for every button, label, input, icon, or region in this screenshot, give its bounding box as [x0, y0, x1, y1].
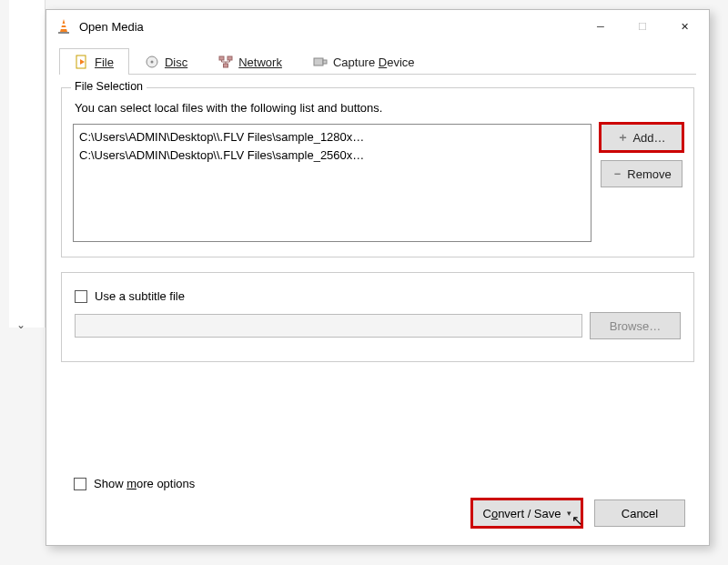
- add-button[interactable]: ＋ Add…: [601, 124, 682, 151]
- subtitle-group: Use a subtitle file Browse…: [61, 272, 694, 362]
- convert-save-button[interactable]: Convert / Save ▾: [472, 499, 581, 527]
- list-item[interactable]: C:\Users\ADMIN\Desktop\ \.FLV Files\samp…: [79, 128, 585, 146]
- list-item[interactable]: C:\Users\ADMIN\Desktop\ \.FLV Files\samp…: [79, 146, 585, 165]
- svg-rect-12: [323, 60, 327, 64]
- file-selection-legend: File Selection: [71, 80, 147, 93]
- background-window-edge: [9, 0, 46, 328]
- dropdown-arrow-icon: ▾: [567, 509, 571, 518]
- network-icon: [218, 55, 233, 69]
- plus-icon: ＋: [617, 129, 629, 146]
- convert-save-label: Convert / Save: [483, 507, 561, 520]
- vlc-logo-icon: [56, 18, 72, 35]
- cancel-button[interactable]: Cancel: [594, 499, 685, 527]
- tab-body: File Selection You can select local file…: [46, 75, 709, 386]
- file-selection-group: File Selection You can select local file…: [61, 87, 694, 257]
- file-selection-hint: You can select local files with the foll…: [75, 101, 682, 115]
- cancel-label: Cancel: [622, 507, 658, 520]
- file-list[interactable]: C:\Users\ADMIN\Desktop\ \.FLV Files\samp…: [73, 124, 592, 242]
- svg-rect-10: [224, 64, 228, 67]
- svg-rect-11: [314, 58, 323, 66]
- browse-button: Browse…: [590, 312, 681, 339]
- subtitle-path-input: [75, 314, 582, 338]
- disc-icon: [145, 55, 159, 69]
- close-button[interactable]: ✕: [663, 12, 705, 41]
- subtitle-checkbox[interactable]: [75, 290, 87, 303]
- window-title: Open Media: [79, 20, 580, 34]
- svg-rect-1: [62, 24, 66, 25]
- tab-disc[interactable]: Disc: [129, 48, 203, 75]
- remove-button[interactable]: － Remove: [601, 160, 682, 187]
- titlebar: Open Media ─ ☐ ✕: [46, 10, 709, 43]
- add-button-label: Add…: [632, 131, 665, 145]
- show-more-label: Show more options: [94, 477, 195, 490]
- tab-file[interactable]: File: [59, 48, 129, 75]
- tab-network-label: Network: [238, 55, 282, 69]
- svg-rect-9: [228, 56, 232, 60]
- tab-capture-label: Capture Device: [333, 55, 415, 69]
- svg-point-7: [150, 61, 153, 64]
- chevron-down-icon: ⌄: [16, 318, 25, 331]
- tab-disc-label: Disc: [165, 55, 187, 69]
- tab-network[interactable]: Network: [203, 48, 298, 75]
- capture-icon: [313, 55, 328, 69]
- remove-button-label: Remove: [627, 167, 671, 181]
- tab-capture[interactable]: Capture Device: [298, 48, 430, 75]
- tab-file-label: File: [95, 55, 114, 69]
- svg-rect-8: [219, 56, 224, 60]
- open-media-dialog: Open Media ─ ☐ ✕ File Disc Network: [46, 9, 710, 546]
- svg-rect-2: [61, 27, 66, 29]
- browse-button-label: Browse…: [610, 319, 661, 333]
- show-more-checkbox[interactable]: [74, 478, 86, 490]
- tab-bar: File Disc Network Capture Device: [59, 48, 696, 75]
- show-more-options[interactable]: Show more options: [74, 477, 195, 490]
- minimize-button[interactable]: ─: [580, 12, 622, 41]
- minus-icon: －: [612, 166, 623, 182]
- subtitle-checkbox-label: Use a subtitle file: [95, 289, 185, 303]
- maximize-button[interactable]: ☐: [622, 12, 663, 41]
- file-icon: [75, 55, 89, 69]
- svg-rect-3: [58, 32, 69, 34]
